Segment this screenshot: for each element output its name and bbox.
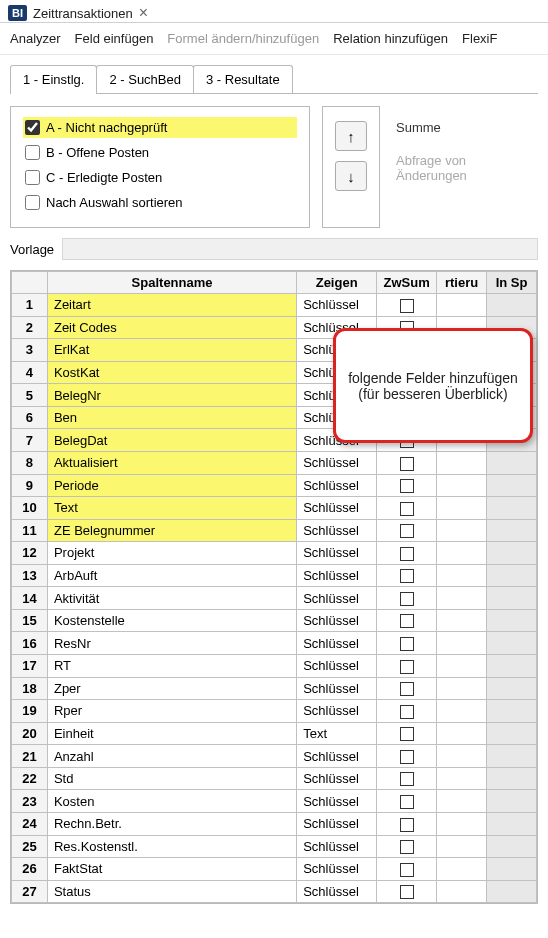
cell-insp[interactable] <box>487 451 537 474</box>
cell-zwsum[interactable] <box>377 812 437 835</box>
cell-zeigen[interactable]: Text <box>297 722 377 745</box>
cell-zeigen[interactable]: Schlüssel <box>297 700 377 723</box>
cell-insp[interactable] <box>487 542 537 565</box>
table-row[interactable]: 22StdSchlüssel <box>12 767 537 790</box>
cell-spaltenname[interactable]: ErlKat <box>47 339 296 362</box>
checkbox-icon[interactable] <box>400 840 414 854</box>
cell-insp[interactable] <box>487 632 537 655</box>
checkbox-icon[interactable] <box>400 502 414 516</box>
cell-spaltenname[interactable]: RT <box>47 655 296 678</box>
cell-spaltenname[interactable]: ResNr <box>47 632 296 655</box>
cell-zeigen[interactable]: Schlüssel <box>297 542 377 565</box>
tab-einstellungen[interactable]: 1 - Einstlg. <box>10 65 97 93</box>
checkbox-icon[interactable] <box>400 705 414 719</box>
cell-zeigen[interactable]: Schlüssel <box>297 858 377 881</box>
cell-insp[interactable] <box>487 745 537 768</box>
checkbox-b[interactable] <box>25 145 40 160</box>
cell-insp[interactable] <box>487 519 537 542</box>
checkbox-sort[interactable] <box>25 195 40 210</box>
table-row[interactable]: 18ZperSchlüssel <box>12 677 537 700</box>
cell-zeigen[interactable]: Schlüssel <box>297 677 377 700</box>
close-icon[interactable]: × <box>139 4 148 22</box>
cell-sortierung[interactable] <box>437 497 487 520</box>
table-row[interactable]: 27StatusSchlüssel <box>12 880 537 903</box>
grid-header-sortierung[interactable]: rtieru <box>437 272 487 294</box>
checkbox-icon[interactable] <box>400 524 414 538</box>
cell-zeigen[interactable]: Schlüssel <box>297 564 377 587</box>
cell-zwsum[interactable] <box>377 835 437 858</box>
table-row[interactable]: 8AktualisiertSchlüssel <box>12 451 537 474</box>
table-row[interactable]: 9PeriodeSchlüssel <box>12 474 537 497</box>
cell-spaltenname[interactable]: Anzahl <box>47 745 296 768</box>
checkbox-icon[interactable] <box>400 547 414 561</box>
cell-spaltenname[interactable]: KostKat <box>47 361 296 384</box>
table-row[interactable]: 10TextSchlüssel <box>12 497 537 520</box>
cell-insp[interactable] <box>487 564 537 587</box>
cell-spaltenname[interactable]: Std <box>47 767 296 790</box>
cell-spaltenname[interactable]: Kostenstelle <box>47 609 296 632</box>
cell-spaltenname[interactable]: Text <box>47 497 296 520</box>
checkbox-a[interactable] <box>25 120 40 135</box>
table-row[interactable]: 26FaktStatSchlüssel <box>12 858 537 881</box>
grid-header-zwsum[interactable]: ZwSum <box>377 272 437 294</box>
cell-spaltenname[interactable]: Periode <box>47 474 296 497</box>
table-row[interactable]: 20EinheitText <box>12 722 537 745</box>
cell-zwsum[interactable] <box>377 542 437 565</box>
cell-zwsum[interactable] <box>377 519 437 542</box>
cell-zeigen[interactable]: Schlüssel <box>297 632 377 655</box>
tab-resultate[interactable]: 3 - Resultate <box>193 65 293 93</box>
cell-zwsum[interactable] <box>377 677 437 700</box>
cell-zeigen[interactable]: Schlüssel <box>297 835 377 858</box>
table-row[interactable]: 15KostenstelleSchlüssel <box>12 609 537 632</box>
cell-insp[interactable] <box>487 722 537 745</box>
cell-sortierung[interactable] <box>437 835 487 858</box>
cell-zwsum[interactable] <box>377 745 437 768</box>
tab-suchbed[interactable]: 2 - SuchBed <box>96 65 194 93</box>
cell-sortierung[interactable] <box>437 722 487 745</box>
cell-zeigen[interactable]: Schlüssel <box>297 790 377 813</box>
table-row[interactable]: 19RperSchlüssel <box>12 700 537 723</box>
cell-zeigen[interactable]: Schlüssel <box>297 812 377 835</box>
cell-spaltenname[interactable]: Kosten <box>47 790 296 813</box>
cell-zeigen[interactable]: Schlüssel <box>297 474 377 497</box>
checkbox-icon[interactable] <box>400 885 414 899</box>
cell-zwsum[interactable] <box>377 451 437 474</box>
cell-spaltenname[interactable]: Status <box>47 880 296 903</box>
cell-spaltenname[interactable]: Zeitart <box>47 294 296 317</box>
cell-insp[interactable] <box>487 587 537 610</box>
cell-zeigen[interactable]: Schlüssel <box>297 294 377 317</box>
arrow-up-button[interactable]: ↑ <box>335 121 367 151</box>
cell-spaltenname[interactable]: ArbAuft <box>47 564 296 587</box>
checkbox-icon[interactable] <box>400 772 414 786</box>
cell-zwsum[interactable] <box>377 700 437 723</box>
cell-sortierung[interactable] <box>437 474 487 497</box>
table-row[interactable]: 21AnzahlSchlüssel <box>12 745 537 768</box>
cell-insp[interactable] <box>487 835 537 858</box>
cell-spaltenname[interactable]: Rper <box>47 700 296 723</box>
cell-zwsum[interactable] <box>377 858 437 881</box>
table-row[interactable]: 24Rechn.Betr.Schlüssel <box>12 812 537 835</box>
cell-zwsum[interactable] <box>377 474 437 497</box>
cell-insp[interactable] <box>487 812 537 835</box>
cell-spaltenname[interactable]: Zeit Codes <box>47 316 296 339</box>
checkbox-icon[interactable] <box>400 795 414 809</box>
checkbox-icon[interactable] <box>400 637 414 651</box>
cell-sortierung[interactable] <box>437 700 487 723</box>
cell-insp[interactable] <box>487 790 537 813</box>
cell-sortierung[interactable] <box>437 632 487 655</box>
cell-spaltenname[interactable]: ZE Belegnummer <box>47 519 296 542</box>
checkbox-icon[interactable] <box>400 592 414 606</box>
cell-insp[interactable] <box>487 858 537 881</box>
cell-spaltenname[interactable]: Ben <box>47 406 296 429</box>
cell-zeigen[interactable]: Schlüssel <box>297 609 377 632</box>
cell-zeigen[interactable]: Schlüssel <box>297 519 377 542</box>
checkbox-icon[interactable] <box>400 682 414 696</box>
menu-flexi[interactable]: FlexiF <box>462 31 497 46</box>
menu-relation[interactable]: Relation hinzufügen <box>333 31 448 46</box>
cell-zwsum[interactable] <box>377 587 437 610</box>
cell-insp[interactable] <box>487 767 537 790</box>
cell-spaltenname[interactable]: Aktivität <box>47 587 296 610</box>
table-row[interactable]: 1ZeitartSchlüssel <box>12 294 537 317</box>
cell-sortierung[interactable] <box>437 587 487 610</box>
cell-sortierung[interactable] <box>437 542 487 565</box>
